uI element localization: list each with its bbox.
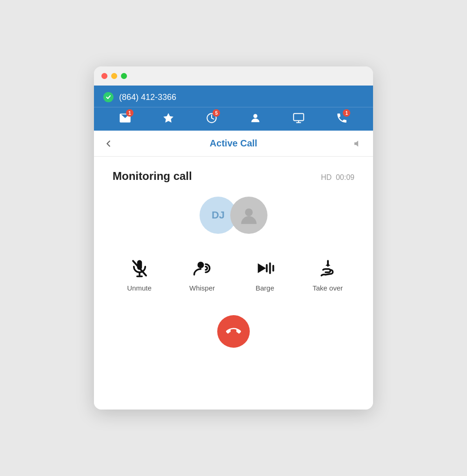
nav-monitor[interactable]: [277, 112, 320, 124]
person-icon: [249, 112, 261, 124]
end-call-row: [94, 301, 373, 371]
call-quality: HD: [321, 173, 332, 181]
svg-rect-4: [294, 113, 304, 120]
status-indicator: [103, 92, 113, 102]
avatar-initials: DJ: [212, 209, 225, 221]
main-content: Active Call Monitoring call HD 00:09 DJ: [94, 131, 373, 410]
takeover-icon: [317, 257, 339, 279]
takeover-button[interactable]: Take over: [307, 257, 349, 292]
whisper-icon: [191, 257, 213, 279]
actions-row: Unmute Whisper: [94, 238, 373, 301]
close-button[interactable]: [101, 73, 107, 79]
end-call-icon: [226, 324, 241, 339]
nav-history[interactable]: 5: [190, 112, 234, 124]
unmute-icon: [128, 257, 151, 279]
call-info: Monitoring call HD 00:09: [94, 157, 373, 187]
mail-badge: 1: [126, 109, 133, 117]
title-bar: [94, 66, 373, 86]
top-bar: Active Call: [94, 131, 373, 157]
nav-icons-row: 1 5: [94, 107, 373, 131]
nav-mail[interactable]: 1: [103, 112, 147, 124]
unmute-label: Unmute: [127, 284, 152, 292]
clock-badge: 5: [213, 109, 220, 117]
call-meta: HD 00:09: [321, 173, 354, 182]
barge-button[interactable]: Barge: [244, 257, 286, 292]
generic-person-icon: [237, 204, 260, 227]
whisper-label: Whisper: [189, 284, 215, 292]
call-timer: 00:09: [336, 173, 354, 181]
nav-favorites[interactable]: [147, 112, 190, 124]
end-call-button[interactable]: [217, 315, 250, 348]
star-icon: [162, 112, 174, 124]
blue-header: (864) 412-3366 1: [94, 86, 373, 131]
check-icon: [106, 94, 111, 100]
call-title: Monitoring call: [113, 170, 192, 183]
phone-badge: 1: [343, 109, 350, 117]
svg-marker-15: [258, 264, 266, 273]
svg-marker-1: [163, 113, 173, 123]
unmute-button[interactable]: Unmute: [119, 257, 160, 292]
nav-phone[interactable]: 1: [320, 112, 364, 124]
whisper-button[interactable]: Whisper: [181, 257, 223, 292]
barge-icon: [254, 257, 276, 279]
app-window: (864) 412-3366 1: [94, 66, 373, 410]
back-button[interactable]: [103, 139, 113, 149]
avatar-generic: [230, 197, 267, 234]
phone-row: (864) 412-3366: [94, 86, 373, 107]
nav-contacts[interactable]: [234, 112, 277, 124]
monitor-icon: [293, 112, 305, 124]
speaker-button[interactable]: [354, 139, 364, 149]
phone-number: (864) 412-3366: [119, 93, 176, 102]
svg-point-14: [197, 262, 204, 268]
maximize-button[interactable]: [121, 73, 127, 79]
active-call-title: Active Call: [113, 138, 354, 149]
minimize-button[interactable]: [111, 73, 117, 79]
svg-point-3: [253, 114, 257, 118]
svg-marker-7: [354, 140, 358, 146]
svg-point-9: [245, 208, 253, 216]
barge-label: Barge: [255, 284, 274, 292]
takeover-label: Take over: [313, 284, 343, 292]
avatars-row: DJ: [94, 187, 373, 238]
